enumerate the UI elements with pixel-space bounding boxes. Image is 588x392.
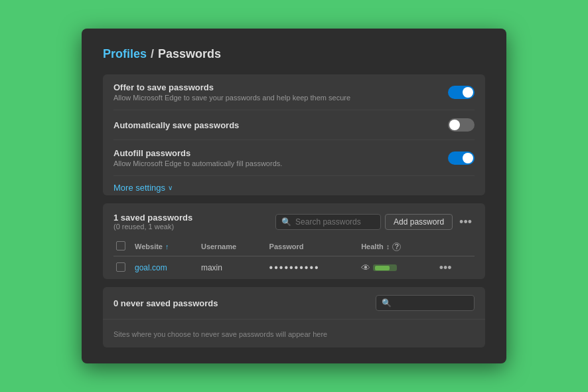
- search-icon: 🔍: [281, 217, 291, 227]
- col-checkbox: [113, 237, 132, 256]
- never-saved-desc: Sites where you choose to never save pas…: [113, 330, 327, 338]
- col-website: Website ↑: [132, 237, 198, 256]
- saved-passwords-section: 1 saved passwords (0 reused, 1 weak) 🔍 A…: [103, 203, 485, 279]
- add-password-button[interactable]: Add password: [385, 214, 453, 230]
- breadcrumb-separator: /: [151, 47, 154, 61]
- col-health: Health ↕ ?: [358, 237, 434, 256]
- auto-save-label: Automatically save passwords: [113, 120, 239, 130]
- health-bar-fill: [375, 266, 390, 270]
- breadcrumb: Profiles / Passwords: [103, 47, 485, 61]
- auto-save-row: Automatically save passwords: [113, 110, 475, 140]
- passwords-header: 1 saved passwords (0 reused, 1 weak) 🔍 A…: [113, 213, 475, 231]
- never-saved-search-icon: 🔍: [382, 298, 392, 308]
- offer-save-row: Offer to save passwords Allow Microsoft …: [113, 74, 475, 110]
- offer-save-desc: Allow Microsoft Edge to save your passwo…: [113, 94, 350, 102]
- select-all-checkbox[interactable]: [116, 241, 125, 250]
- autofill-toggle[interactable]: [448, 151, 475, 165]
- settings-section: Offer to save passwords Allow Microsoft …: [103, 74, 485, 195]
- autofill-label: Autofill passwords: [113, 148, 282, 158]
- offer-save-label: Offer to save passwords: [113, 82, 350, 92]
- col-username: Username: [198, 237, 267, 256]
- passwords-title: 1 saved passwords: [113, 213, 192, 223]
- passwords-controls: 🔍 Add password •••: [275, 214, 475, 230]
- health-question-icon[interactable]: ?: [392, 243, 401, 251]
- show-password-icon[interactable]: 👁: [361, 262, 370, 273]
- sort-website-icon[interactable]: ↑: [165, 243, 169, 250]
- autofill-row: Autofill passwords Allow Microsoft Edge …: [113, 140, 475, 176]
- col-actions: [434, 237, 475, 256]
- more-settings-label: More settings: [113, 183, 165, 193]
- auto-save-toggle-thumb: [449, 120, 460, 130]
- search-input[interactable]: [295, 217, 375, 227]
- more-options-button[interactable]: •••: [457, 216, 475, 228]
- passwords-table: Website ↑ Username Password Health ↕ ?: [113, 237, 475, 279]
- breadcrumb-current: Passwords: [158, 47, 221, 61]
- offer-save-toggle[interactable]: [448, 86, 475, 99]
- autofill-toggle-thumb: [463, 153, 473, 163]
- more-settings-link[interactable]: More settings ∨: [113, 176, 475, 195]
- autofill-desc: Allow Microsoft Edge to automatically fi…: [113, 159, 282, 167]
- row-more-options: •••: [434, 256, 475, 280]
- chevron-down-icon: ∨: [168, 184, 173, 191]
- never-saved-title: 0 never saved passwords: [113, 298, 218, 308]
- row-website: goal.com: [132, 256, 198, 280]
- settings-window: Profiles / Passwords Offer to save passw…: [82, 29, 506, 363]
- sort-health-icon[interactable]: ↕: [386, 243, 390, 250]
- never-saved-header: 0 never saved passwords 🔍: [103, 287, 485, 320]
- passwords-subtitle: (0 reused, 1 weak): [113, 223, 192, 231]
- website-link[interactable]: goal.com: [135, 263, 167, 272]
- never-saved-body: Sites where you choose to never save pas…: [103, 320, 485, 347]
- table-row: goal.com maxin •••••••••• 👁: [113, 256, 475, 280]
- row-username: maxin: [198, 256, 267, 280]
- row-checkbox-cell: [113, 256, 132, 280]
- offer-save-toggle-thumb: [463, 87, 473, 98]
- never-saved-search-box: 🔍: [376, 295, 475, 311]
- row-more-button[interactable]: •••: [437, 261, 455, 274]
- row-health: 👁: [358, 256, 434, 280]
- never-saved-search-input[interactable]: [396, 298, 469, 308]
- never-saved-section: 0 never saved passwords 🔍 Sites where yo…: [103, 287, 485, 347]
- search-box: 🔍: [275, 214, 381, 230]
- col-password: Password: [267, 237, 359, 256]
- row-checkbox[interactable]: [116, 262, 125, 272]
- breadcrumb-profiles-link[interactable]: Profiles: [103, 47, 147, 61]
- row-password: ••••••••••: [267, 256, 359, 280]
- health-bar: [373, 264, 397, 271]
- auto-save-toggle[interactable]: [448, 118, 475, 132]
